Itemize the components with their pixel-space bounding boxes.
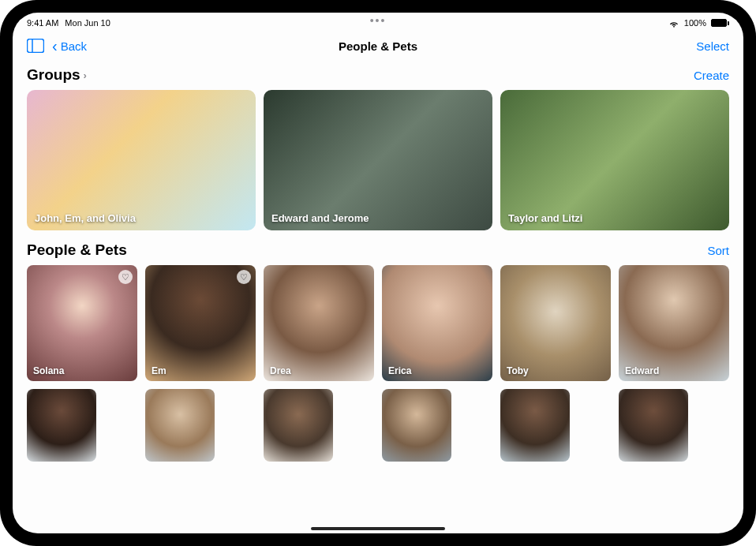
- nav-bar: ‹ Back People & Pets Select: [13, 30, 743, 62]
- people-grid-row2: [27, 389, 729, 462]
- groups-section-header: Groups › Create: [27, 66, 729, 84]
- favorite-heart-icon[interactable]: ♡: [237, 270, 251, 284]
- groups-title[interactable]: Groups ›: [27, 66, 87, 84]
- group-label: John, Em, and Olivia: [35, 212, 136, 224]
- person-label: Edward: [625, 365, 659, 376]
- group-card[interactable]: Edward and Jerome: [264, 90, 492, 230]
- chevron-left-icon: ‹: [52, 38, 58, 54]
- battery-icon: [711, 19, 729, 27]
- group-thumbnail: [500, 90, 729, 230]
- person-card[interactable]: [264, 389, 333, 462]
- group-thumbnail: [264, 90, 492, 230]
- person-card[interactable]: [382, 389, 451, 462]
- person-thumbnail: [619, 389, 688, 462]
- ipad-frame: ••• 9:41 AM Mon Jun 10 100%: [0, 0, 756, 546]
- screen: ••• 9:41 AM Mon Jun 10 100%: [13, 13, 743, 533]
- person-card[interactable]: [145, 389, 215, 462]
- people-grid-row1: ♡ Solana ♡ Em Drea Erica: [27, 265, 729, 381]
- person-thumbnail: [145, 389, 215, 462]
- select-button[interactable]: Select: [696, 39, 729, 53]
- group-thumbnail: [27, 90, 256, 230]
- person-card[interactable]: [500, 389, 570, 462]
- group-card[interactable]: Taylor and Litzi: [500, 90, 729, 230]
- person-card[interactable]: Erica: [382, 265, 492, 381]
- sort-button[interactable]: Sort: [707, 244, 729, 257]
- page-title: People & Pets: [339, 39, 417, 53]
- person-thumbnail: [382, 389, 451, 462]
- wifi-icon: [668, 17, 679, 28]
- status-time: 9:41 AM: [27, 18, 58, 28]
- person-thumbnail: [382, 265, 492, 381]
- svg-rect-0: [28, 39, 44, 53]
- people-section-header: People & Pets Sort: [27, 241, 729, 259]
- content-scroll[interactable]: Groups › Create John, Em, and Olivia Edw…: [13, 62, 743, 533]
- person-label: Solana: [33, 365, 64, 376]
- person-thumbnail: [500, 265, 611, 381]
- home-indicator[interactable]: [311, 527, 445, 530]
- person-thumbnail: [27, 389, 96, 462]
- person-label: Erica: [388, 365, 411, 376]
- chevron-right-icon: ›: [84, 69, 87, 81]
- person-label: Toby: [507, 365, 529, 376]
- status-date: Mon Jun 10: [65, 18, 110, 28]
- person-card[interactable]: [27, 389, 96, 462]
- person-label: Em: [152, 365, 167, 376]
- groups-title-label: Groups: [27, 66, 80, 84]
- favorite-heart-icon[interactable]: ♡: [118, 270, 133, 284]
- group-card[interactable]: John, Em, and Olivia: [27, 90, 256, 230]
- person-card[interactable]: ♡ Solana: [27, 265, 137, 381]
- group-label: Taylor and Litzi: [508, 212, 582, 224]
- people-title-label: People & Pets: [27, 241, 127, 259]
- group-label: Edward and Jerome: [271, 212, 369, 224]
- multitask-dots-icon[interactable]: •••: [370, 14, 387, 27]
- person-card[interactable]: [619, 389, 688, 462]
- person-card[interactable]: Edward: [619, 265, 729, 381]
- person-card[interactable]: ♡ Em: [145, 265, 256, 381]
- people-title: People & Pets: [27, 241, 127, 259]
- person-thumbnail: [619, 265, 729, 381]
- person-thumbnail: [264, 265, 374, 381]
- person-thumbnail: [500, 389, 570, 462]
- person-label: Drea: [270, 365, 291, 376]
- groups-row: John, Em, and Olivia Edward and Jerome T…: [27, 90, 729, 230]
- sidebar-toggle-button[interactable]: [27, 39, 44, 53]
- back-label: Back: [61, 39, 87, 53]
- back-button[interactable]: ‹ Back: [52, 38, 87, 54]
- person-card[interactable]: Drea: [264, 265, 374, 381]
- create-group-button[interactable]: Create: [694, 69, 729, 82]
- person-thumbnail: [264, 389, 333, 462]
- battery-percent: 100%: [684, 18, 706, 28]
- person-card[interactable]: Toby: [500, 265, 611, 381]
